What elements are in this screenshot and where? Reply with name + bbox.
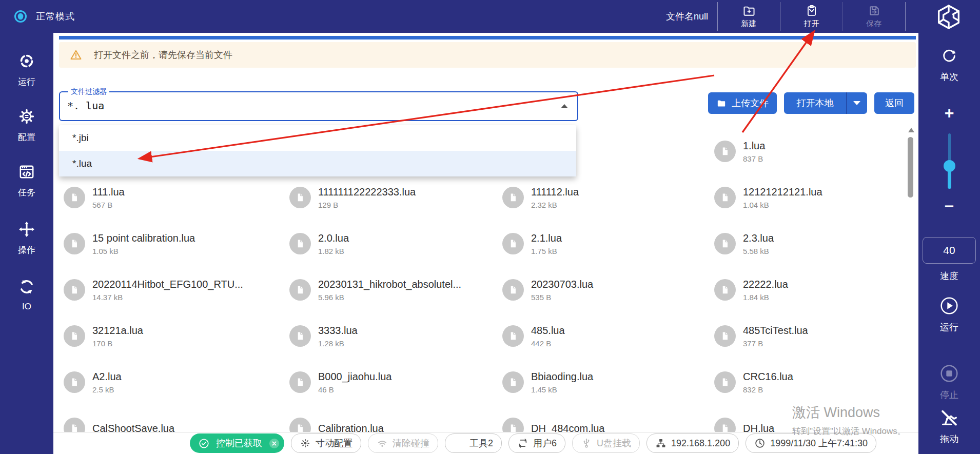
mode-radio-icon[interactable]: [13, 9, 28, 24]
new-button[interactable]: 新建: [717, 2, 780, 31]
new-folder-icon: [742, 4, 756, 17]
status-pill-user[interactable]: 用户6: [508, 433, 565, 453]
file-item[interactable]: 111111122222333.lua129 B: [289, 177, 484, 218]
sidebar-item-run[interactable]: 运行: [0, 52, 53, 88]
file-item[interactable]: CRC16.lua832 B: [714, 362, 909, 403]
speed-plus-button[interactable]: +: [918, 105, 980, 121]
file-icon: [289, 233, 311, 254]
io-sync-icon: [18, 278, 35, 295]
loop-icon: [940, 47, 958, 65]
status-pill-clear-collision[interactable]: 清除碰撞: [368, 433, 438, 453]
file-icon: [64, 187, 85, 208]
file-size: 46 B: [318, 385, 391, 394]
dropdown-option-jbi[interactable]: *.jbi: [59, 125, 576, 151]
file-icon: [502, 187, 524, 208]
save-button[interactable]: 保存: [842, 2, 905, 31]
file-text: Bbiaoding.lua1.45 kB: [531, 371, 593, 394]
file-name: 2.0.lua: [318, 232, 349, 244]
sidebar-item-task[interactable]: 任务: [0, 163, 53, 199]
file-item[interactable]: 22222.lua1.84 kB: [714, 269, 909, 310]
speed-slider[interactable]: [946, 133, 952, 189]
file-size: 2.32 kB: [531, 201, 579, 209]
file-icon: [289, 325, 311, 347]
file-size: 1.45 kB: [531, 385, 593, 394]
control-acquired-pill[interactable]: 控制已获取: [190, 433, 284, 453]
control-acquired-label: 控制已获取: [216, 437, 262, 449]
file-size: 1.28 kB: [318, 339, 358, 348]
new-label: 新建: [741, 19, 757, 29]
file-icon: [714, 325, 736, 347]
left-sidebar: 运行配置任务操作IO: [0, 33, 53, 454]
file-grid-scrollbar[interactable]: [907, 128, 914, 436]
file-item[interactable]: 485.lua442 B: [502, 315, 697, 357]
jog-config-label: 寸动配置: [316, 437, 352, 449]
file-item[interactable]: A2.lua2.5 kB: [64, 362, 259, 403]
scroll-up-arrow-icon[interactable]: [908, 128, 914, 132]
file-size: 5.96 kB: [318, 293, 461, 302]
status-pill-tool[interactable]: 工具2: [445, 433, 502, 453]
file-icon: [289, 371, 311, 393]
stop-button[interactable]: 停止: [918, 363, 980, 401]
user-label: 用户6: [533, 437, 557, 449]
file-item[interactable]: 15 point calibration.lua1.05 kB: [64, 223, 259, 264]
cycle-mode-button[interactable]: 单次: [918, 47, 980, 83]
file-text: 20230703.lua535 B: [531, 279, 593, 302]
status-pill-usb-mount[interactable]: U盘挂载: [572, 433, 640, 453]
file-name: B000_jiaohu.lua: [318, 371, 391, 383]
speed-minus-button[interactable]: −: [918, 198, 980, 214]
open-button[interactable]: 打开: [780, 2, 842, 31]
sidebar-item-config[interactable]: 配置: [0, 108, 53, 143]
slider-thumb[interactable]: [944, 160, 955, 172]
rotate-icon: [517, 438, 528, 449]
file-text: 3333.lua1.28 kB: [318, 325, 358, 348]
close-circle-icon[interactable]: [268, 438, 280, 449]
file-item[interactable]: 2.3.lua5.58 kB: [714, 223, 909, 264]
file-item[interactable]: 20230131_hikrobot_absolutel...5.96 kB: [289, 269, 484, 310]
file-text: 485TciTest.lua377 B: [743, 325, 808, 348]
sidebar-item-operate[interactable]: 操作: [0, 221, 53, 256]
file-item[interactable]: 111.lua567 B: [64, 177, 259, 218]
datetime-label: 1999/11/30 上午7:41:30: [770, 437, 868, 449]
file-icon: [502, 233, 524, 254]
file-size: 442 B: [531, 339, 565, 348]
file-item[interactable]: 20230703.lua535 B: [502, 269, 697, 310]
file-text: A2.lua2.5 kB: [92, 371, 122, 394]
sidebar-item-io[interactable]: IO: [0, 278, 53, 312]
drag-mode-button[interactable]: 拖动: [918, 407, 980, 445]
scrollbar-thumb[interactable]: [908, 137, 913, 198]
file-name: A2.lua: [92, 371, 122, 383]
run-button[interactable]: 运行: [918, 295, 980, 333]
file-text: 32121a.lua170 B: [92, 325, 143, 348]
check-circle-icon: [198, 438, 210, 449]
file-item[interactable]: 485TciTest.lua377 B: [714, 315, 909, 357]
file-item[interactable]: 32121a.lua170 B: [64, 315, 259, 357]
file-item[interactable]: 111112.lua2.32 kB: [502, 177, 697, 218]
drag-mode-label: 拖动: [918, 433, 980, 445]
dropdown-option-lua[interactable]: *.lua: [59, 151, 576, 176]
file-item[interactable]: 3333.lua1.28 kB: [289, 315, 484, 357]
file-item[interactable]: 2.0.lua1.82 kB: [289, 223, 484, 264]
file-size: 535 B: [531, 293, 593, 302]
file-item[interactable]: 2.1.lua1.75 kB: [502, 223, 697, 264]
file-icon: [714, 187, 736, 208]
file-name: Bbiaoding.lua: [531, 371, 593, 383]
file-item[interactable]: 12121212121.lua1.04 kB: [714, 177, 909, 218]
status-pill-jog-config[interactable]: 寸动配置: [291, 433, 361, 453]
move-arrows-icon: [18, 221, 35, 238]
file-item[interactable]: 1.lua837 B: [714, 131, 909, 172]
file-item[interactable]: Bbiaoding.lua1.45 kB: [502, 362, 697, 403]
file-size: 1.84 kB: [743, 293, 788, 302]
mode-indicator[interactable]: 正常模式: [13, 0, 75, 33]
speed-value-box[interactable]: 40: [923, 237, 976, 264]
tool-sun-icon: [454, 438, 465, 449]
file-item[interactable]: B000_jiaohu.lua46 B: [289, 362, 484, 403]
status-pill-datetime[interactable]: 1999/11/30 上午7:41:30: [746, 433, 876, 453]
file-text: 111.lua567 B: [92, 186, 125, 209]
file-size: 129 B: [318, 201, 416, 209]
status-pill-ip-address[interactable]: 192.168.1.200: [646, 433, 739, 453]
file-icon: [502, 325, 524, 347]
file-text: 2.0.lua1.82 kB: [318, 232, 349, 255]
tool-label: 工具2: [469, 437, 493, 449]
file-item[interactable]: 20220114Hitbot_EFG100_RTU...14.37 kB: [64, 269, 259, 310]
save-label: 保存: [867, 19, 882, 29]
